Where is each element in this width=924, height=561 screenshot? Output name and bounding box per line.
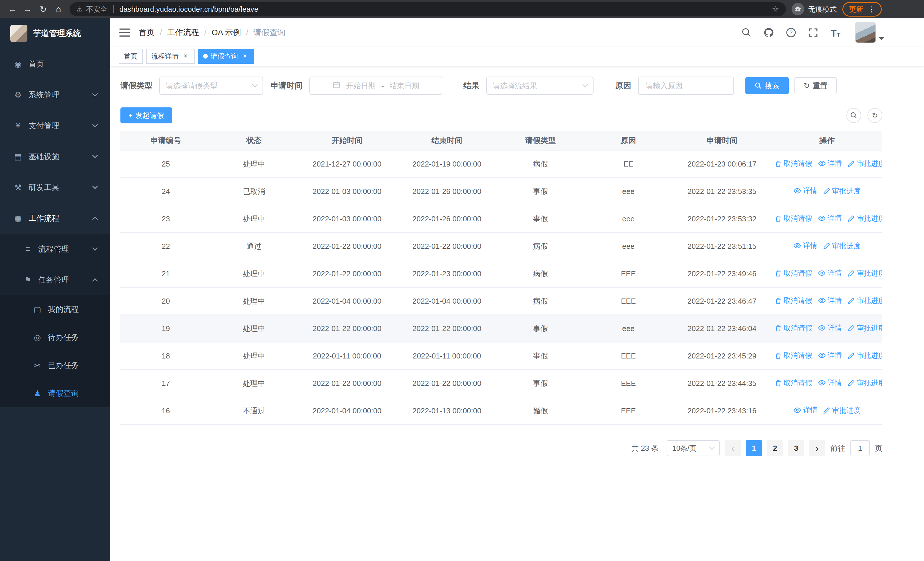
address-bar[interactable]: ⚠ 不安全 dashboard.yudao.iocoder.cn/bpm/oa/…	[70, 2, 786, 16]
action-cancel-link[interactable]: 取消请假	[774, 159, 812, 168]
sidebar-item-process-mgmt[interactable]: ≡ 流程管理	[0, 234, 110, 265]
action-progress-link[interactable]: 审批进度	[848, 214, 882, 223]
bookmark-star-icon[interactable]: ☆	[772, 5, 779, 14]
action-progress-link[interactable]: 审批进度	[848, 378, 882, 388]
action-detail-link[interactable]: 详情	[793, 405, 817, 415]
action-progress-link[interactable]: 审批进度	[823, 241, 861, 251]
refresh-table-button[interactable]: ↻	[867, 108, 882, 123]
action-cancel-link[interactable]: 取消请假	[774, 323, 812, 333]
pagination: 共 23 条 10条/页 ‹ 1 2 3 › 前往 页	[120, 440, 882, 456]
help-icon[interactable]: ?	[785, 26, 797, 39]
sidebar-item-payment[interactable]: ¥ 支付管理	[0, 110, 110, 141]
sidebar-item-done-tasks[interactable]: ✂ 已办任务	[0, 351, 110, 379]
sidebar-item-task-mgmt[interactable]: ⚑ 任务管理	[0, 265, 110, 295]
incognito-indicator: 无痕模式	[792, 3, 837, 15]
action-detail-link[interactable]: 详情	[818, 268, 842, 278]
prev-page-button[interactable]: ‹	[725, 440, 741, 456]
sidebar-item-devtools[interactable]: ⚒ 研发工具	[0, 172, 110, 203]
sidebar-item-home[interactable]: ◉ 首页	[0, 48, 110, 80]
close-icon[interactable]: ×	[182, 52, 189, 60]
cell-apply-id: 21	[120, 260, 211, 287]
home-button[interactable]: ⌂	[51, 2, 66, 17]
result-select[interactable]: 请选择流结果	[486, 77, 594, 95]
reason-input[interactable]	[638, 77, 734, 95]
cell-end-time: 2022-01-19 00:00:00	[397, 150, 496, 177]
avatar[interactable]	[855, 22, 876, 43]
tab-leave-query[interactable]: 请假查询 ×	[198, 49, 254, 64]
breadcrumb-workflow[interactable]: 工作流程	[167, 27, 199, 38]
reset-button[interactable]: ↻ 重置	[795, 77, 837, 94]
breadcrumb-oa-example[interactable]: OA 示例	[212, 27, 241, 38]
page-button-3[interactable]: 3	[788, 440, 804, 456]
cell-reason: eee	[584, 315, 672, 342]
cell-end-time: 2022-01-23 00:00:00	[397, 260, 496, 287]
action-detail-link[interactable]: 详情	[818, 214, 842, 223]
action-cancel-link[interactable]: 取消请假	[774, 378, 812, 388]
action-progress-link[interactable]: 审批进度	[848, 269, 882, 278]
update-chip[interactable]: 更新 ⋮	[842, 2, 882, 17]
github-icon[interactable]	[762, 26, 775, 39]
delete-icon	[774, 325, 782, 332]
create-leave-button[interactable]: + 发起请假	[120, 107, 172, 123]
search-button[interactable]: 搜索	[746, 77, 789, 94]
sidebar-item-workflow[interactable]: ▦ 工作流程	[0, 203, 110, 234]
cell-reason: EEE	[584, 370, 672, 397]
action-detail-link[interactable]: 详情	[818, 323, 842, 332]
next-page-button[interactable]: ›	[809, 440, 825, 456]
action-progress-link[interactable]: 审批进度	[823, 186, 861, 196]
back-button[interactable]: ←	[4, 2, 20, 17]
goto-page-input[interactable]	[850, 440, 870, 456]
reload-button[interactable]: ↻	[35, 2, 51, 17]
cell-apply-id: 19	[120, 315, 211, 342]
cell-reason: eee	[584, 205, 672, 233]
font-size-icon[interactable]: TT	[829, 26, 842, 39]
sidebar-item-todo-tasks[interactable]: ◎ 待办任务	[0, 323, 110, 351]
action-progress-link[interactable]: 审批进度	[848, 323, 882, 333]
tab-process-detail[interactable]: 流程详情 ×	[146, 49, 195, 64]
action-cancel-link[interactable]: 取消请假	[774, 269, 812, 278]
close-icon[interactable]: ×	[241, 52, 249, 60]
scissors-icon: ✂	[33, 361, 42, 370]
leave-type-select[interactable]: 请选择请假类型	[159, 77, 263, 95]
cell-leave-type: 事假	[496, 177, 584, 205]
page-button-1[interactable]: 1	[746, 440, 762, 456]
action-cancel-link[interactable]: 取消请假	[774, 214, 812, 223]
user-menu[interactable]	[855, 22, 884, 43]
action-detail-link[interactable]: 详情	[818, 350, 842, 360]
fullscreen-icon[interactable]	[807, 26, 819, 39]
action-progress-link[interactable]: 审批进度	[848, 296, 882, 305]
sidebar-item-leave-query[interactable]: ♟ 请假查询	[0, 379, 110, 407]
action-progress-link[interactable]: 审批进度	[848, 351, 882, 360]
cell-start-time: 2022-01-03 00:00:00	[297, 205, 397, 233]
tab-home[interactable]: 首页	[119, 49, 142, 64]
action-progress-link[interactable]: 审批进度	[823, 406, 861, 415]
sidebar-item-infrastructure[interactable]: ▤ 基础设施	[0, 141, 110, 172]
action-detail-link[interactable]: 详情	[818, 158, 842, 168]
action-detail-link[interactable]: 详情	[818, 378, 842, 387]
toggle-search-button[interactable]	[846, 108, 861, 123]
action-detail-link[interactable]: 详情	[818, 296, 842, 305]
page-button-2[interactable]: 2	[767, 440, 783, 456]
search-icon[interactable]	[740, 26, 753, 39]
apply-time-range-picker[interactable]: 开始日期 - 结束日期	[309, 77, 442, 95]
cell-apply-time: 2022-01-22 23:46:47	[672, 287, 772, 315]
action-detail-link[interactable]: 详情	[793, 186, 817, 196]
forward-button[interactable]: →	[20, 2, 35, 17]
cell-end-time: 2022-01-22 00:00:00	[397, 370, 496, 397]
sidebar-item-my-process[interactable]: ▢ 我的流程	[0, 295, 110, 323]
sidebar-item-system[interactable]: ⚙ 系统管理	[0, 80, 110, 110]
breadcrumb-home[interactable]: 首页	[139, 27, 154, 38]
app-logo[interactable]: 芋道管理系统	[0, 18, 110, 48]
menu-fold-icon[interactable]	[119, 28, 130, 37]
action-cancel-link[interactable]: 取消请假	[774, 296, 812, 305]
row-actions: 取消请假详情审批进度	[772, 150, 882, 177]
page-size-select[interactable]: 10条/页	[667, 440, 720, 456]
cell-reason: EEE	[584, 397, 672, 424]
action-cancel-link[interactable]: 取消请假	[774, 351, 812, 360]
action-detail-link[interactable]: 详情	[793, 241, 817, 250]
view-icon	[793, 242, 801, 250]
cell-start-time: 2022-01-11 00:00:00	[297, 342, 397, 370]
menu-dots-icon[interactable]: ⋮	[868, 5, 875, 14]
cell-apply-time: 2022-01-22 23:51:15	[672, 233, 772, 260]
action-progress-link[interactable]: 审批进度	[848, 159, 882, 168]
